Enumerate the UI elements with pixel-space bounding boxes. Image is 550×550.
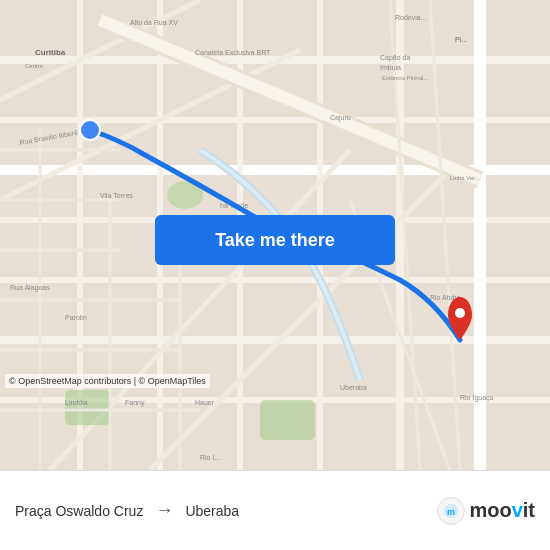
- svg-text:Pi...: Pi...: [455, 36, 467, 43]
- svg-text:Uberaba: Uberaba: [340, 384, 367, 391]
- route-from: Praça Oswaldo Cruz: [15, 503, 143, 519]
- map-attribution: © OpenStreetMap contributors | © OpenMap…: [5, 374, 210, 388]
- take-me-there-button[interactable]: Take me there: [155, 215, 395, 265]
- moovit-text: moovit: [469, 499, 535, 522]
- svg-text:Fanny: Fanny: [125, 399, 145, 407]
- moovit-logo: m moovit: [437, 497, 535, 525]
- svg-text:Lindóia: Lindóia: [65, 399, 88, 406]
- svg-text:Rio I...: Rio I...: [200, 454, 220, 461]
- map-container: Rua Brasilio Itiberê Rua Alagoas Curitib…: [0, 0, 550, 470]
- route-to: Uberaba: [185, 503, 239, 519]
- svg-point-60: [85, 125, 95, 135]
- svg-text:Rodovia...: Rodovia...: [395, 14, 427, 21]
- route-info: Praça Oswaldo Cruz → Uberaba: [15, 500, 437, 521]
- svg-text:Rua Alagoas: Rua Alagoas: [10, 284, 50, 292]
- svg-rect-21: [65, 390, 110, 425]
- svg-text:Centro: Centro: [25, 63, 44, 69]
- svg-point-61: [455, 308, 465, 318]
- svg-text:Canaleta Exclusiva BRT: Canaleta Exclusiva BRT: [195, 49, 271, 56]
- svg-text:Hauer: Hauer: [195, 399, 215, 406]
- svg-text:Alto da Rua XV: Alto da Rua XV: [130, 19, 178, 26]
- svg-text:Cajuru: Cajuru: [330, 114, 351, 122]
- route-arrow-icon: →: [155, 500, 173, 521]
- svg-text:Imbuia: Imbuia: [380, 64, 401, 71]
- svg-text:Estância Pinhal...: Estância Pinhal...: [382, 75, 429, 81]
- svg-text:Capão da: Capão da: [380, 54, 410, 62]
- svg-text:Rio Iguaçu: Rio Iguaçu: [460, 394, 494, 402]
- bottom-bar: Praça Oswaldo Cruz → Uberaba m moovit: [0, 470, 550, 550]
- svg-rect-22: [260, 400, 315, 440]
- svg-text:Curitiba: Curitiba: [35, 48, 66, 57]
- svg-text:m: m: [447, 507, 455, 517]
- svg-text:Vila Torres: Vila Torres: [100, 192, 133, 199]
- svg-text:Linha Ver...: Linha Ver...: [450, 175, 480, 181]
- moovit-icon: m: [437, 497, 465, 525]
- svg-text:Parolin: Parolin: [65, 314, 87, 321]
